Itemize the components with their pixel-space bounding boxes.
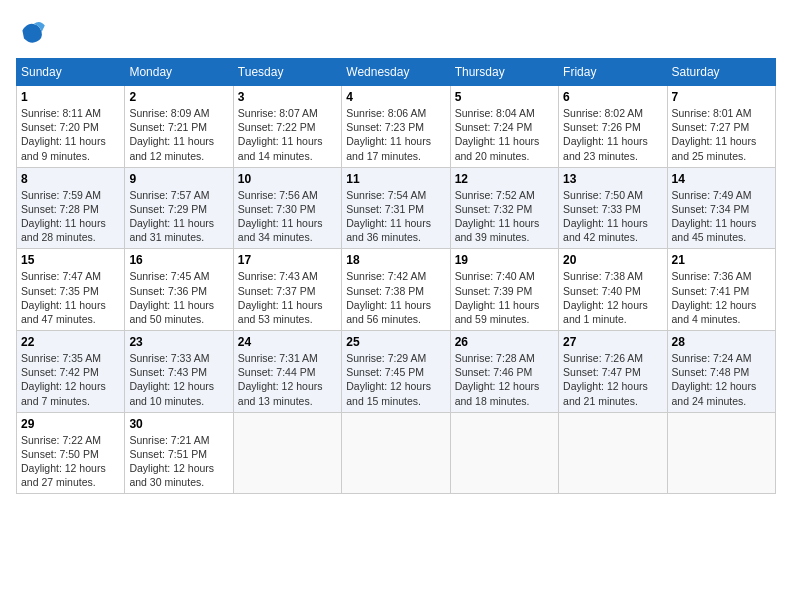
calendar-day-cell: 30 Sunrise: 7:21 AMSunset: 7:51 PMDaylig…: [125, 412, 233, 494]
calendar-header-tuesday: Tuesday: [233, 59, 341, 86]
day-info: Sunrise: 8:02 AMSunset: 7:26 PMDaylight:…: [563, 106, 662, 163]
day-number: 7: [672, 90, 771, 104]
logo: [16, 16, 52, 48]
day-info: Sunrise: 7:45 AMSunset: 7:36 PMDaylight:…: [129, 269, 228, 326]
calendar-day-cell: 15 Sunrise: 7:47 AMSunset: 7:35 PMDaylig…: [17, 249, 125, 331]
day-number: 21: [672, 253, 771, 267]
calendar-day-cell: 17 Sunrise: 7:43 AMSunset: 7:37 PMDaylig…: [233, 249, 341, 331]
calendar-header-friday: Friday: [559, 59, 667, 86]
page-header: [16, 16, 776, 48]
day-info: Sunrise: 7:59 AMSunset: 7:28 PMDaylight:…: [21, 188, 120, 245]
day-info: Sunrise: 7:22 AMSunset: 7:50 PMDaylight:…: [21, 433, 120, 490]
day-info: Sunrise: 7:57 AMSunset: 7:29 PMDaylight:…: [129, 188, 228, 245]
day-number: 29: [21, 417, 120, 431]
calendar-day-cell: 24 Sunrise: 7:31 AMSunset: 7:44 PMDaylig…: [233, 331, 341, 413]
calendar-day-cell: 4 Sunrise: 8:06 AMSunset: 7:23 PMDayligh…: [342, 86, 450, 168]
day-info: Sunrise: 7:49 AMSunset: 7:34 PMDaylight:…: [672, 188, 771, 245]
day-info: Sunrise: 7:26 AMSunset: 7:47 PMDaylight:…: [563, 351, 662, 408]
calendar-day-cell: 6 Sunrise: 8:02 AMSunset: 7:26 PMDayligh…: [559, 86, 667, 168]
day-info: Sunrise: 8:07 AMSunset: 7:22 PMDaylight:…: [238, 106, 337, 163]
day-number: 5: [455, 90, 554, 104]
calendar-day-cell: 25 Sunrise: 7:29 AMSunset: 7:45 PMDaylig…: [342, 331, 450, 413]
calendar-day-cell: 12 Sunrise: 7:52 AMSunset: 7:32 PMDaylig…: [450, 167, 558, 249]
day-info: Sunrise: 8:11 AMSunset: 7:20 PMDaylight:…: [21, 106, 120, 163]
day-info: Sunrise: 8:09 AMSunset: 7:21 PMDaylight:…: [129, 106, 228, 163]
day-info: Sunrise: 7:28 AMSunset: 7:46 PMDaylight:…: [455, 351, 554, 408]
day-info: Sunrise: 7:50 AMSunset: 7:33 PMDaylight:…: [563, 188, 662, 245]
day-info: Sunrise: 7:43 AMSunset: 7:37 PMDaylight:…: [238, 269, 337, 326]
day-info: Sunrise: 8:06 AMSunset: 7:23 PMDaylight:…: [346, 106, 445, 163]
day-number: 11: [346, 172, 445, 186]
day-number: 6: [563, 90, 662, 104]
calendar-week-row: 1 Sunrise: 8:11 AMSunset: 7:20 PMDayligh…: [17, 86, 776, 168]
day-number: 24: [238, 335, 337, 349]
day-number: 3: [238, 90, 337, 104]
day-number: 19: [455, 253, 554, 267]
calendar-day-cell: 27 Sunrise: 7:26 AMSunset: 7:47 PMDaylig…: [559, 331, 667, 413]
calendar-day-cell: 29 Sunrise: 7:22 AMSunset: 7:50 PMDaylig…: [17, 412, 125, 494]
day-info: Sunrise: 7:36 AMSunset: 7:41 PMDaylight:…: [672, 269, 771, 326]
calendar-day-cell: 16 Sunrise: 7:45 AMSunset: 7:36 PMDaylig…: [125, 249, 233, 331]
calendar-day-cell: 2 Sunrise: 8:09 AMSunset: 7:21 PMDayligh…: [125, 86, 233, 168]
day-number: 25: [346, 335, 445, 349]
calendar-week-row: 15 Sunrise: 7:47 AMSunset: 7:35 PMDaylig…: [17, 249, 776, 331]
calendar-header-saturday: Saturday: [667, 59, 775, 86]
day-info: Sunrise: 7:47 AMSunset: 7:35 PMDaylight:…: [21, 269, 120, 326]
calendar-day-cell: 9 Sunrise: 7:57 AMSunset: 7:29 PMDayligh…: [125, 167, 233, 249]
day-number: 18: [346, 253, 445, 267]
calendar-header-thursday: Thursday: [450, 59, 558, 86]
day-info: Sunrise: 8:04 AMSunset: 7:24 PMDaylight:…: [455, 106, 554, 163]
logo-icon: [16, 16, 48, 48]
day-number: 10: [238, 172, 337, 186]
calendar-day-cell: 3 Sunrise: 8:07 AMSunset: 7:22 PMDayligh…: [233, 86, 341, 168]
day-info: Sunrise: 7:35 AMSunset: 7:42 PMDaylight:…: [21, 351, 120, 408]
calendar-day-cell: 19 Sunrise: 7:40 AMSunset: 7:39 PMDaylig…: [450, 249, 558, 331]
calendar-day-cell: [233, 412, 341, 494]
calendar-week-row: 29 Sunrise: 7:22 AMSunset: 7:50 PMDaylig…: [17, 412, 776, 494]
calendar-header-wednesday: Wednesday: [342, 59, 450, 86]
day-number: 12: [455, 172, 554, 186]
day-info: Sunrise: 7:42 AMSunset: 7:38 PMDaylight:…: [346, 269, 445, 326]
day-info: Sunrise: 7:54 AMSunset: 7:31 PMDaylight:…: [346, 188, 445, 245]
day-number: 22: [21, 335, 120, 349]
day-info: Sunrise: 7:56 AMSunset: 7:30 PMDaylight:…: [238, 188, 337, 245]
day-info: Sunrise: 7:29 AMSunset: 7:45 PMDaylight:…: [346, 351, 445, 408]
day-number: 1: [21, 90, 120, 104]
calendar-day-cell: 13 Sunrise: 7:50 AMSunset: 7:33 PMDaylig…: [559, 167, 667, 249]
calendar-day-cell: 8 Sunrise: 7:59 AMSunset: 7:28 PMDayligh…: [17, 167, 125, 249]
day-number: 23: [129, 335, 228, 349]
day-number: 28: [672, 335, 771, 349]
day-number: 13: [563, 172, 662, 186]
calendar-day-cell: 22 Sunrise: 7:35 AMSunset: 7:42 PMDaylig…: [17, 331, 125, 413]
day-info: Sunrise: 7:52 AMSunset: 7:32 PMDaylight:…: [455, 188, 554, 245]
day-info: Sunrise: 7:38 AMSunset: 7:40 PMDaylight:…: [563, 269, 662, 326]
calendar-day-cell: 10 Sunrise: 7:56 AMSunset: 7:30 PMDaylig…: [233, 167, 341, 249]
day-number: 30: [129, 417, 228, 431]
calendar-day-cell: 23 Sunrise: 7:33 AMSunset: 7:43 PMDaylig…: [125, 331, 233, 413]
day-info: Sunrise: 7:40 AMSunset: 7:39 PMDaylight:…: [455, 269, 554, 326]
calendar-body: 1 Sunrise: 8:11 AMSunset: 7:20 PMDayligh…: [17, 86, 776, 494]
day-number: 20: [563, 253, 662, 267]
day-number: 4: [346, 90, 445, 104]
calendar-day-cell: 5 Sunrise: 8:04 AMSunset: 7:24 PMDayligh…: [450, 86, 558, 168]
calendar-day-cell: [667, 412, 775, 494]
calendar-header-sunday: Sunday: [17, 59, 125, 86]
day-number: 27: [563, 335, 662, 349]
calendar-day-cell: 21 Sunrise: 7:36 AMSunset: 7:41 PMDaylig…: [667, 249, 775, 331]
calendar-header-row: SundayMondayTuesdayWednesdayThursdayFrid…: [17, 59, 776, 86]
calendar-day-cell: 18 Sunrise: 7:42 AMSunset: 7:38 PMDaylig…: [342, 249, 450, 331]
calendar-header-monday: Monday: [125, 59, 233, 86]
calendar-week-row: 8 Sunrise: 7:59 AMSunset: 7:28 PMDayligh…: [17, 167, 776, 249]
day-number: 8: [21, 172, 120, 186]
day-number: 14: [672, 172, 771, 186]
calendar-day-cell: 11 Sunrise: 7:54 AMSunset: 7:31 PMDaylig…: [342, 167, 450, 249]
day-info: Sunrise: 8:01 AMSunset: 7:27 PMDaylight:…: [672, 106, 771, 163]
day-number: 2: [129, 90, 228, 104]
calendar-day-cell: [342, 412, 450, 494]
day-info: Sunrise: 7:33 AMSunset: 7:43 PMDaylight:…: [129, 351, 228, 408]
day-number: 26: [455, 335, 554, 349]
day-number: 15: [21, 253, 120, 267]
calendar-day-cell: 28 Sunrise: 7:24 AMSunset: 7:48 PMDaylig…: [667, 331, 775, 413]
calendar-table: SundayMondayTuesdayWednesdayThursdayFrid…: [16, 58, 776, 494]
calendar-week-row: 22 Sunrise: 7:35 AMSunset: 7:42 PMDaylig…: [17, 331, 776, 413]
